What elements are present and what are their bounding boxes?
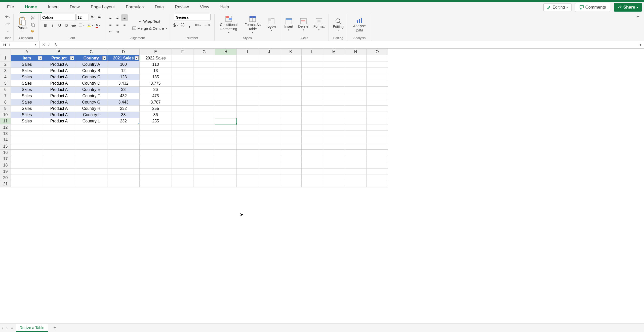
spreadsheet-grid[interactable]: ABCDEFGHIJKLMNO1Item▾Product▾Country▾202… [0, 49, 644, 323]
cell-E19[interactable] [140, 169, 172, 175]
tab-draw[interactable]: Draw [65, 2, 85, 13]
cell-L4[interactable] [302, 74, 323, 80]
cell-N18[interactable] [345, 162, 367, 169]
cell-B11[interactable]: Product A [43, 118, 75, 124]
sheet-nav-prev[interactable]: ‹ [2, 326, 3, 330]
cell-M13[interactable] [323, 131, 345, 137]
cell-N12[interactable] [345, 124, 367, 131]
editing-mode-button[interactable]: Editing ▾ [543, 3, 572, 11]
row-header-6[interactable]: 6 [0, 87, 11, 93]
cell-A9[interactable]: Sales [11, 106, 43, 112]
cell-O3[interactable] [367, 68, 388, 74]
cell-H12[interactable] [215, 124, 237, 131]
insert-cells-button[interactable]: Insert▾ [282, 17, 295, 33]
cell-G14[interactable] [193, 137, 215, 143]
cell-M11[interactable] [323, 118, 345, 124]
cell-F1[interactable] [172, 55, 193, 61]
number-format-select[interactable] [174, 14, 211, 20]
col-header-C[interactable]: C [75, 49, 107, 55]
collapse-ribbon-button[interactable]: ⌃ [634, 14, 642, 41]
cell-F16[interactable] [172, 150, 193, 156]
cell-H14[interactable] [215, 137, 237, 143]
cell-J13[interactable] [258, 131, 280, 137]
cell-C10[interactable]: Country I [75, 112, 107, 118]
cell-B1[interactable]: Product▾ [43, 55, 75, 61]
underline-button[interactable]: U [56, 22, 63, 28]
borders-button[interactable] [77, 22, 86, 28]
comments-button[interactable]: Comments [575, 3, 610, 12]
cell-N11[interactable] [345, 118, 367, 124]
filter-dropdown-icon[interactable]: ▾ [135, 56, 139, 60]
cell-G5[interactable] [193, 80, 215, 87]
percent-button[interactable]: % [179, 22, 186, 28]
cell-O15[interactable] [367, 143, 388, 150]
cell-E21[interactable] [140, 181, 172, 187]
cell-F17[interactable] [172, 156, 193, 162]
tab-review[interactable]: Review [170, 2, 194, 13]
cell-A18[interactable] [11, 162, 43, 169]
cell-F21[interactable] [172, 181, 193, 187]
cell-A7[interactable]: Sales [11, 93, 43, 99]
cell-N20[interactable] [345, 175, 367, 181]
cell-J10[interactable] [258, 112, 280, 118]
cell-H8[interactable] [215, 99, 237, 106]
cell-F20[interactable] [172, 175, 193, 181]
fill-color-button[interactable] [86, 22, 94, 28]
filter-dropdown-icon[interactable]: ▾ [70, 56, 74, 60]
cell-O11[interactable] [367, 118, 388, 124]
cell-H13[interactable] [215, 131, 237, 137]
enter-formula-button[interactable]: ✓ [47, 42, 51, 47]
col-header-L[interactable]: L [302, 49, 323, 55]
increase-font-button[interactable]: A▴ [89, 14, 96, 20]
cell-O5[interactable] [367, 80, 388, 87]
row-header-7[interactable]: 7 [0, 93, 11, 99]
cell-C15[interactable] [75, 143, 107, 150]
cell-K17[interactable] [280, 156, 302, 162]
row-header-21[interactable]: 21 [0, 181, 11, 187]
cell-D17[interactable] [107, 156, 140, 162]
cell-O12[interactable] [367, 124, 388, 131]
cell-N13[interactable] [345, 131, 367, 137]
cell-I8[interactable] [237, 99, 258, 106]
col-header-H[interactable]: H [215, 49, 237, 55]
conditional-formatting-button[interactable]: Conditional Formatting▾ [217, 14, 241, 35]
cell-K11[interactable] [280, 118, 302, 124]
cell-K15[interactable] [280, 143, 302, 150]
cell-N1[interactable] [345, 55, 367, 61]
cell-O17[interactable] [367, 156, 388, 162]
align-center-button[interactable]: ≡ [114, 21, 121, 28]
cell-N8[interactable] [345, 99, 367, 106]
cell-E4[interactable]: 135 [140, 74, 172, 80]
filter-dropdown-icon[interactable]: ▾ [38, 56, 42, 60]
cell-B7[interactable]: Product A [43, 93, 75, 99]
cell-K8[interactable] [280, 99, 302, 106]
cell-A1[interactable]: Item▾ [11, 55, 43, 61]
cell-I2[interactable] [237, 61, 258, 68]
row-header-8[interactable]: 8 [0, 99, 11, 106]
cell-E12[interactable] [140, 124, 172, 131]
filter-dropdown-icon[interactable]: ▾ [102, 56, 106, 60]
cell-E20[interactable] [140, 175, 172, 181]
cell-G3[interactable] [193, 68, 215, 74]
cell-J15[interactable] [258, 143, 280, 150]
paste-button[interactable]: Paste ▾ [16, 16, 29, 34]
tab-view[interactable]: View [195, 2, 214, 13]
cell-M12[interactable] [323, 124, 345, 131]
cell-I12[interactable] [237, 124, 258, 131]
cell-M6[interactable] [323, 87, 345, 93]
cell-G1[interactable] [193, 55, 215, 61]
bold-button[interactable]: B [42, 22, 49, 28]
cell-N5[interactable] [345, 80, 367, 87]
cell-C17[interactable] [75, 156, 107, 162]
cell-M14[interactable] [323, 137, 345, 143]
cell-O1[interactable] [367, 55, 388, 61]
decrease-font-button[interactable]: A▾ [96, 14, 103, 20]
cell-A11[interactable]: Sales [11, 118, 43, 124]
cell-M1[interactable] [323, 55, 345, 61]
cell-I14[interactable] [237, 137, 258, 143]
cell-D7[interactable]: 432 [107, 93, 140, 99]
cell-K9[interactable] [280, 106, 302, 112]
cell-O21[interactable] [367, 181, 388, 187]
cell-N14[interactable] [345, 137, 367, 143]
cell-F4[interactable] [172, 74, 193, 80]
